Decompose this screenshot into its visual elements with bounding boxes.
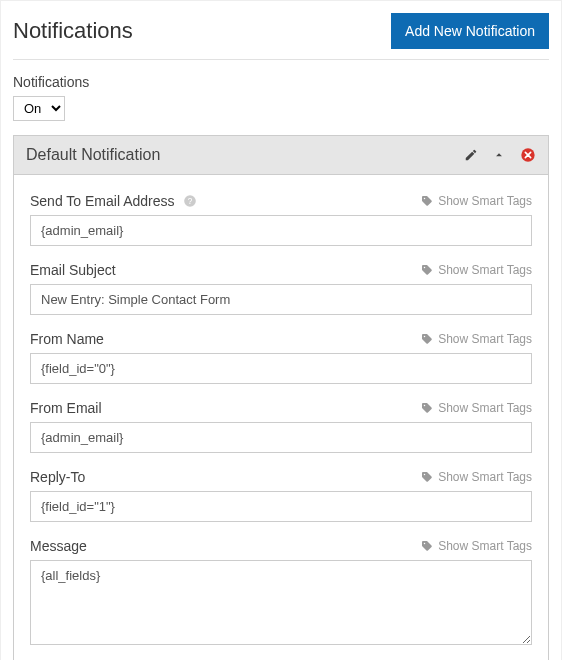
add-new-notification-button[interactable]: Add New Notification [391, 13, 549, 49]
subject-input[interactable] [30, 284, 532, 315]
collapse-icon[interactable] [492, 148, 506, 162]
show-smart-tags-link[interactable]: Show Smart Tags [421, 194, 532, 208]
notifications-toggle-select[interactable]: On [13, 96, 65, 121]
panel-actions [464, 147, 536, 163]
message-textarea[interactable] [30, 560, 532, 645]
edit-icon[interactable] [464, 148, 478, 162]
subject-label: Email Subject [30, 262, 116, 278]
show-smart-tags-link[interactable]: Show Smart Tags [421, 539, 532, 553]
field-subject: Email Subject Show Smart Tags [30, 262, 532, 315]
tag-icon [421, 264, 433, 276]
from-name-input[interactable] [30, 353, 532, 384]
notifications-toggle-section: Notifications On [13, 74, 549, 121]
from-email-label: From Email [30, 400, 102, 416]
delete-icon[interactable] [520, 147, 536, 163]
from-email-input[interactable] [30, 422, 532, 453]
page-header: Notifications Add New Notification [13, 13, 549, 60]
show-smart-tags-link[interactable]: Show Smart Tags [421, 332, 532, 346]
send-to-label: Send To Email Address [30, 193, 175, 209]
tag-icon [421, 402, 433, 414]
tag-icon [421, 471, 433, 483]
reply-to-label: Reply-To [30, 469, 85, 485]
show-smart-tags-link[interactable]: Show Smart Tags [421, 470, 532, 484]
page-title: Notifications [13, 18, 133, 44]
field-message: Message Show Smart Tags [30, 538, 532, 648]
notification-panel: Default Notification Send To Email Addre… [13, 135, 549, 660]
from-name-label: From Name [30, 331, 104, 347]
svg-text:?: ? [187, 197, 192, 206]
field-from-email: From Email Show Smart Tags [30, 400, 532, 453]
notifications-toggle-label: Notifications [13, 74, 549, 90]
panel-body: Send To Email Address ? Show Smart Tags … [14, 175, 548, 660]
panel-header: Default Notification [14, 136, 548, 175]
send-to-input[interactable] [30, 215, 532, 246]
tag-icon [421, 195, 433, 207]
notifications-settings: Notifications Add New Notification Notif… [0, 0, 562, 660]
help-icon[interactable]: ? [183, 194, 197, 208]
field-send-to: Send To Email Address ? Show Smart Tags [30, 193, 532, 246]
field-reply-to: Reply-To Show Smart Tags [30, 469, 532, 522]
field-from-name: From Name Show Smart Tags [30, 331, 532, 384]
show-smart-tags-link[interactable]: Show Smart Tags [421, 401, 532, 415]
panel-title: Default Notification [26, 146, 464, 164]
tag-icon [421, 333, 433, 345]
reply-to-input[interactable] [30, 491, 532, 522]
message-label: Message [30, 538, 87, 554]
tag-icon [421, 540, 433, 552]
show-smart-tags-link[interactable]: Show Smart Tags [421, 263, 532, 277]
